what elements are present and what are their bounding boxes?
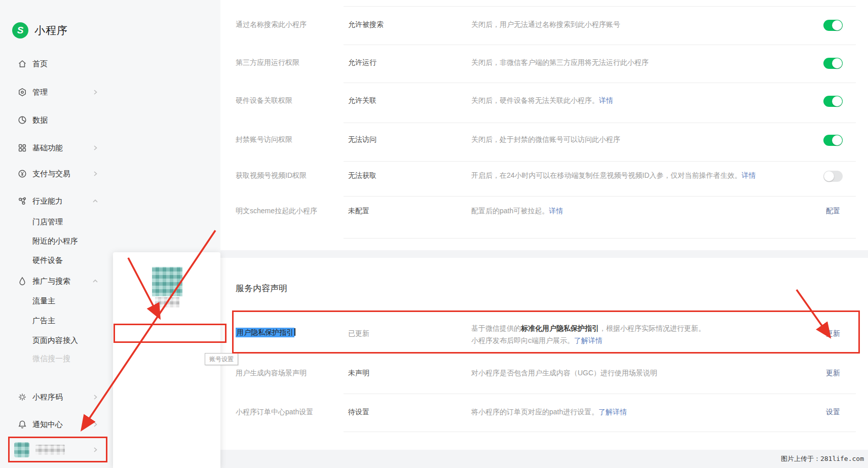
update-ugc-link[interactable]: 更新: [826, 369, 840, 378]
nodes-icon: [17, 196, 27, 206]
chevron-right-icon: [92, 421, 99, 428]
sidebar-item-label: 通知中心: [32, 420, 63, 430]
row-value: 无法获取: [348, 171, 376, 180]
toggle-hardware-permission[interactable]: [823, 96, 843, 107]
yen-icon: [17, 169, 27, 179]
sparkle-icon: [17, 392, 27, 402]
update-privacy-link[interactable]: 更新: [826, 329, 840, 338]
details-link[interactable]: 详情: [599, 96, 613, 104]
wechat-miniprogram-console: S 小程序 首页 管理 数据 基础功能: [0, 0, 868, 468]
row-label: 用户生成内容场景声明: [236, 369, 307, 378]
bottom-band: [220, 450, 868, 468]
learn-more-link[interactable]: 了解详情: [598, 408, 627, 416]
popup-avatar-blurred: [152, 267, 182, 296]
row-desc: 对小程序是否包含用户生成内容（UGC）进行使用场景说明: [471, 369, 657, 378]
brand-title: 小程序: [34, 23, 68, 37]
toggle-thirdparty-permission[interactable]: [823, 58, 843, 69]
sidebar-item-manage[interactable]: 管理: [0, 83, 220, 101]
sidebar-item-industry[interactable]: 行业能力: [0, 192, 220, 210]
sidebar-item-home[interactable]: 首页: [0, 55, 220, 73]
row-desc: 基于微信提供的标准化用户隐私保护指引，根据小程序实际情况进行更新。 小程序发布后…: [471, 324, 705, 347]
section-gap: [220, 250, 868, 258]
chevron-up-icon: [92, 278, 99, 285]
sidebar-item-label: 数据: [32, 115, 48, 125]
sidebar-item-label: 基础功能: [32, 143, 63, 153]
configure-link[interactable]: 配置: [826, 207, 840, 216]
user-avatar: [14, 442, 29, 457]
row-desc: 关闭后，用户无法通过名称搜索到此小程序账号: [471, 20, 620, 29]
row-desc: 将小程序的订单页对应的path进行设置。了解详情: [471, 408, 627, 417]
sidebar-item-label: 推广与搜索: [32, 277, 70, 286]
row-divider: [344, 196, 856, 197]
sidebar-item-nearby[interactable]: 附近的小程序: [0, 232, 220, 250]
details-link[interactable]: 详情: [742, 171, 756, 179]
sidebar-item-label: 流量主: [32, 296, 55, 306]
chevron-right-icon: [92, 144, 99, 151]
row-desc: 开启后，在24小时内可以在移动端复制任意视频号视频ID入参，仅对当前操作者生效。…: [471, 171, 756, 180]
row-divider: [344, 432, 856, 432]
native-tooltip: 账号设置: [205, 353, 238, 365]
row-divider: [344, 123, 856, 123]
details-link[interactable]: 详情: [549, 207, 563, 215]
sidebar-item-label: 硬件设备: [32, 256, 63, 265]
chevron-right-icon: [92, 394, 99, 401]
bell-icon: [17, 419, 27, 430]
learn-more-link[interactable]: 了解详情: [574, 336, 602, 344]
row-divider: [344, 6, 856, 7]
row-desc: 配置后的path可被拉起。详情: [471, 207, 563, 216]
row-value: 未声明: [348, 369, 369, 378]
brand[interactable]: S 小程序: [12, 22, 68, 38]
toggle-knob: [832, 96, 842, 106]
sidebar-item-label: 行业能力: [32, 197, 63, 206]
droplet-icon: [17, 276, 27, 286]
row-value: 允许运行: [348, 58, 376, 67]
row-divider: [344, 238, 856, 239]
sidebar-item-data[interactable]: 数据: [0, 111, 220, 129]
row-desc: 关闭后，硬件设备将无法关联此小程序。详情: [471, 96, 613, 105]
toggle-knob: [832, 20, 842, 30]
row-label: 硬件设备关联权限: [236, 96, 292, 105]
row-label: 获取视频号视频ID权限: [236, 171, 307, 180]
toggle-video-id-permission[interactable]: [823, 171, 843, 182]
row-value: 无法访问: [348, 135, 376, 144]
popup-avatar-name-blurred: [155, 297, 179, 307]
sidebar-item-label: 附近的小程序: [32, 237, 78, 246]
row-divider: [344, 394, 856, 394]
section-title: 服务内容声明: [236, 283, 287, 294]
sidebar-item-payment[interactable]: 支付与交易: [0, 165, 220, 183]
row-desc: 关闭后，非微信客户端的第三方应用将无法运行此小程序: [471, 58, 649, 67]
row-divider: [344, 83, 856, 83]
sidebar-item-label: 门店管理: [32, 217, 63, 227]
sidebar-item-label: 支付与交易: [32, 169, 70, 179]
main-content: 通过名称搜索此小程序 允许被搜索 关闭后，用户无法通过名称搜索到此小程序账号 第…: [220, 0, 868, 468]
sidebar-item-label: 小程序码: [32, 393, 63, 402]
sidebar-item-label: 微信搜一搜: [32, 354, 70, 364]
row-value: 允许关联: [348, 96, 376, 105]
toggle-knob: [832, 135, 842, 145]
row-label: 明文scheme拉起此小程序: [236, 207, 317, 216]
row-label: 第三方应用运行权限: [236, 58, 299, 67]
row-label: 封禁账号访问权限: [236, 135, 292, 144]
sidebar-item-store-manage[interactable]: 门店管理: [0, 213, 220, 231]
toggle-banned-account-permission[interactable]: [823, 135, 843, 146]
miniprogram-logo-icon: S: [12, 22, 28, 38]
sidebar-item-label: 管理: [32, 88, 48, 97]
text-caret: [294, 328, 295, 336]
row-desc: 关闭后，处于封禁的微信账号可以访问此小程序: [471, 135, 620, 144]
row-value: 已更新: [348, 329, 369, 338]
home-icon: [17, 59, 27, 69]
row-divider: [344, 161, 856, 162]
hexagon-icon: [17, 87, 27, 97]
row-value: 待设置: [348, 408, 369, 417]
watermark: 图片上传于：281life.com: [781, 454, 864, 463]
row-value: 允许被搜索: [348, 20, 384, 29]
sidebar-item-basic-functions[interactable]: 基础功能: [0, 139, 220, 157]
toggle-knob: [832, 58, 842, 68]
toggle-search-permission[interactable]: [823, 20, 843, 31]
sidebar-item-label: 广告主: [32, 316, 55, 326]
row-label-selected[interactable]: 用户隐私保护指引: [236, 328, 295, 337]
set-path-link[interactable]: 设置: [826, 408, 840, 417]
row-value: 未配置: [348, 207, 369, 216]
chevron-right-icon: [92, 89, 99, 96]
user-name-blurred: [35, 445, 65, 455]
